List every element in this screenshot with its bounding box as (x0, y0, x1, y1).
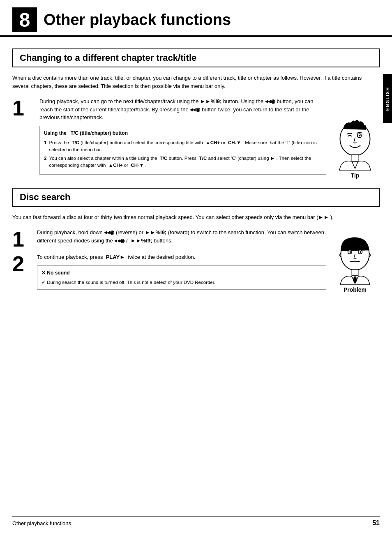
section1-content: 1 During playback, you can go to the nex… (12, 97, 380, 179)
disc-step1-text: During playback, hold down ◂◂◉ (reverse)… (37, 228, 326, 244)
svg-point-6 (350, 251, 351, 253)
svg-point-2 (359, 135, 361, 136)
disc-steps: 1 During playback, hold down ◂◂◉ (revers… (12, 228, 326, 293)
section2-illustration: Problem (330, 228, 380, 293)
svg-point-8 (360, 251, 362, 253)
disc-step2-text: To continue playback, press PLAY► twice … (37, 253, 326, 261)
disc-step1-row: 1 During playback, hold down ◂◂◉ (revers… (12, 228, 326, 250)
disc-step1-content: During playback, hold down ◂◂◉ (reverse)… (37, 228, 326, 248)
problem-box-title: ✕ No sound (42, 269, 322, 277)
section1-main: 1 During playback, you can go to the nex… (12, 97, 326, 179)
disc-step2-row: 2 To continue playback, press PLAY► twic… (12, 253, 326, 290)
page-header: 8 Other playback functions (0, 0, 392, 37)
svg-rect-9 (352, 270, 358, 276)
disc-step1-number: 1 (12, 228, 24, 250)
problem-box-item: ✓ During search the sound is turned off.… (42, 279, 322, 286)
section1-heading-box: Changing to a different chapter track/ti… (12, 48, 380, 67)
disc-step1-number-col: 1 (12, 228, 33, 250)
section2-heading: Disc search (20, 192, 372, 203)
section2-intro: You can fast forward a disc at four or t… (12, 213, 380, 221)
step1-content: During playback, you can go to the next … (39, 97, 326, 175)
footer-section-title: Other playback functions (12, 520, 71, 526)
footer-page-number: 51 (372, 519, 380, 527)
section2-illustration-label: Problem (344, 286, 367, 293)
disc-step2-number-col: 2 (12, 253, 33, 274)
section2-content: 1 During playback, hold down ◂◂◉ (revers… (12, 228, 380, 293)
step1-text: During playback, you can go to the next … (39, 97, 326, 122)
disc-step2-number: 2 (12, 253, 24, 274)
section1-steps: 1 During playback, you can go to the nex… (12, 97, 326, 175)
tip-box-title: Using the T/C (title/chapter) button (44, 129, 322, 137)
page-footer: Other playback functions 51 (12, 517, 380, 527)
section1-intro: When a disc contains more than one track… (12, 74, 380, 90)
section2-heading-box: Disc search (12, 188, 380, 207)
tip-list-item-2: 2 You can also select a chapter within a… (44, 155, 322, 169)
side-tab-label: ENGLISH (385, 87, 390, 111)
tip-box: Using the T/C (title/chapter) button 1 P… (39, 126, 326, 175)
section2-main: 1 During playback, hold down ◂◂◉ (revers… (12, 228, 326, 293)
problem-character-svg (332, 231, 378, 285)
tip-list: 1 Press the T/C (title/chapter) button a… (44, 139, 322, 169)
tip-list-item-1: 1 Press the T/C (title/chapter) button a… (44, 139, 322, 154)
side-tab: ENGLISH (383, 74, 392, 123)
section1-illustration-label: Tip (351, 172, 360, 179)
tip-character-svg (332, 117, 378, 171)
disc-step2-content: To continue playback, press PLAY► twice … (37, 253, 326, 290)
svg-rect-3 (352, 154, 358, 161)
section1-heading: Changing to a different chapter track/ti… (20, 53, 372, 63)
content-area: Changing to a different chapter track/ti… (0, 37, 392, 301)
chapter-number-box: 8 (12, 7, 37, 32)
problem-box: ✕ No sound ✓ During search the sound is … (37, 265, 326, 290)
page-title: Other playback functions (44, 11, 231, 29)
step1-number: 1 (12, 97, 24, 119)
section1-illustration: Tip (330, 97, 380, 179)
step1-number-col: 1 (12, 97, 33, 175)
chapter-number: 8 (19, 9, 30, 31)
